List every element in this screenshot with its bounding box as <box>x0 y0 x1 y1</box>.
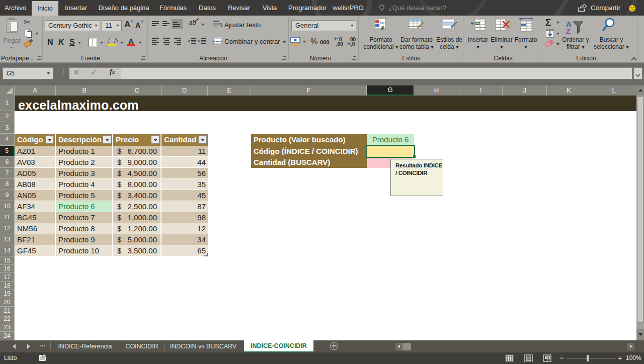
svg-text:≠: ≠ <box>381 24 384 32</box>
